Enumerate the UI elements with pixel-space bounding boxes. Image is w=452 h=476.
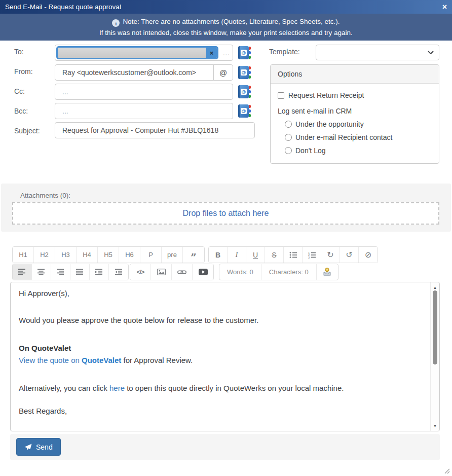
format-toolbar-group: H1 H2 H3 H4 H5 H6 P pre ” <box>12 246 205 263</box>
log-under-recipient-radio[interactable] <box>285 134 292 141</box>
insert-image-icon[interactable] <box>151 264 172 280</box>
editor-footer: Send <box>10 434 440 460</box>
svg-text:3: 3 <box>308 255 310 258</box>
cc-address-book-icon[interactable]: @ <box>238 85 249 98</box>
template-label: Template: <box>269 48 300 56</box>
bold-button[interactable]: B <box>209 247 228 263</box>
redo-icon[interactable]: ↻ <box>321 247 340 263</box>
options-panel-header: Options <box>271 65 439 84</box>
heading6-button[interactable]: H6 <box>119 247 140 263</box>
style-toolbar-group: B I U S 1 2 3 ↻ ↺ ⊘ <box>208 246 378 263</box>
to-address-book-icon[interactable]: @ <box>238 46 249 59</box>
template-select[interactable] <box>316 45 439 60</box>
window-titlebar: Send E-Mail - Request quote approval × <box>0 0 452 14</box>
scrollbar-thumb[interactable] <box>433 290 437 364</box>
return-receipt-checkbox[interactable] <box>278 92 284 99</box>
ordered-list-icon[interactable]: 1 2 3 <box>303 247 321 263</box>
word-count: Words: 0 <box>219 264 261 280</box>
to-label: To: <box>14 48 24 56</box>
view-quote-link[interactable]: View the quote on <box>19 356 82 364</box>
log-crm-heading: Log sent e-mail in CRM <box>278 107 432 115</box>
note-banner: iNote: There are no attachments (Quotes,… <box>0 14 452 41</box>
align-right-icon[interactable] <box>51 264 70 280</box>
undo-icon[interactable]: ↺ <box>340 247 359 263</box>
underline-button[interactable]: U <box>246 247 265 263</box>
indent-icon[interactable] <box>90 264 109 280</box>
note-banner-line1: iNote: There are no attachments (Quotes,… <box>112 18 340 27</box>
signature-line: Ray <box>19 429 425 431</box>
return-receipt-option[interactable]: Request Return Receipt <box>278 91 432 99</box>
bcc-input[interactable]: ... <box>55 103 233 119</box>
from-label: From: <box>14 67 33 76</box>
info-icon: i <box>112 19 120 27</box>
unordered-list-icon[interactable] <box>284 247 303 263</box>
heading4-button[interactable]: H4 <box>77 247 98 263</box>
preformatted-button[interactable]: pre <box>162 247 183 263</box>
at-button[interactable]: @ <box>213 65 233 80</box>
dropzone-text: Drop files to attach here <box>183 209 269 218</box>
greeting-line: Hi Approver(s), <box>19 288 425 298</box>
log-under-opportunity-radio[interactable] <box>285 121 292 128</box>
view-html-icon[interactable]: </> <box>130 264 151 280</box>
cc-input[interactable]: ... <box>55 84 233 100</box>
insert-video-icon[interactable] <box>193 264 213 280</box>
to-more-button[interactable]: ... <box>223 49 230 57</box>
email-stamp-icon[interactable] <box>317 264 338 280</box>
align-left-icon[interactable] <box>13 264 32 280</box>
heading5-button[interactable]: H5 <box>98 247 119 263</box>
here-link[interactable]: here <box>109 384 125 392</box>
from-value[interactable]: Ray <quotewerkscustomer@outlook.com> <box>55 68 196 77</box>
cc-label: Cc: <box>14 87 25 95</box>
align-center-icon[interactable] <box>32 264 51 280</box>
counter-toolbar-group: Words: 0 Characters: 0 <box>219 264 338 280</box>
log-under-opportunity-option[interactable]: Under the opportunity <box>285 120 432 128</box>
editor-scrollbar[interactable]: ▲ ▼ <box>430 282 439 431</box>
scroll-down-icon[interactable]: ▼ <box>431 422 439 430</box>
attachments-dropzone[interactable]: Drop files to attach here <box>12 202 439 225</box>
send-email-window: Send E-Mail - Request quote approval × i… <box>0 0 452 476</box>
heading1-button[interactable]: H1 <box>13 247 34 263</box>
dont-log-radio[interactable] <box>285 147 292 154</box>
quotevalet-link[interactable]: QuoteValet <box>82 356 121 364</box>
subject-input[interactable]: Request for Approval - Computer Hut #JBL… <box>55 122 255 138</box>
resize-handle[interactable] <box>444 468 450 474</box>
blockquote-icon[interactable]: ” <box>183 247 204 263</box>
chevron-down-icon <box>428 51 434 55</box>
quotevalet-line: View the quote on QuoteValet for Approva… <box>19 355 425 365</box>
bcc-label: Bcc: <box>14 107 28 115</box>
send-button[interactable]: Send <box>16 438 61 456</box>
strikethrough-button[interactable]: S <box>265 247 284 263</box>
to-input[interactable]: × ... <box>55 45 233 61</box>
options-panel: Options Request Return Receipt Log sent … <box>270 64 439 164</box>
heading2-button[interactable]: H2 <box>34 247 55 263</box>
character-count: Characters: 0 <box>261 264 317 280</box>
heading3-button[interactable]: H3 <box>55 247 77 263</box>
remove-recipient-icon[interactable]: × <box>206 48 217 58</box>
from-address-book-icon[interactable]: @ <box>238 66 249 79</box>
insert-link-icon[interactable] <box>172 264 193 280</box>
alternative-line: Alternatively, you can click here to ope… <box>19 383 425 393</box>
cc-placeholder: ... <box>55 88 68 96</box>
to-recipient-token[interactable]: × <box>56 46 218 59</box>
italic-button[interactable]: I <box>228 247 246 263</box>
return-receipt-label: Request Return Receipt <box>288 91 364 99</box>
attachments-section: Attachments (0): Drop files to attach he… <box>1 184 451 232</box>
align-justify-icon[interactable] <box>70 264 90 280</box>
bcc-address-book-icon[interactable]: @ <box>238 104 249 118</box>
to-recipient-token-body[interactable] <box>58 48 206 58</box>
subject-value[interactable]: Request for Approval - Computer Hut #JBL… <box>55 126 218 134</box>
log-under-recipient-option[interactable]: Under e-mail Recipient contact <box>285 133 432 141</box>
quotevalet-heading: On QuoteValet <box>19 343 425 353</box>
outdent-icon[interactable] <box>109 264 128 280</box>
closing-line: Best Regards, <box>19 406 425 416</box>
remove-format-icon[interactable]: ⊘ <box>359 247 378 263</box>
from-input[interactable]: Ray <quotewerkscustomer@outlook.com> @ <box>55 64 233 81</box>
dont-log-option[interactable]: Don't Log <box>285 147 432 155</box>
close-icon[interactable]: × <box>442 3 447 11</box>
email-body-editor[interactable]: Hi Approver(s), Would you please approve… <box>10 282 440 431</box>
paper-plane-icon <box>24 444 32 451</box>
email-content: Hi Approver(s), Would you please approve… <box>19 288 425 431</box>
paragraph-button[interactable]: P <box>140 247 162 263</box>
request-line: Would you please approve the quote below… <box>19 315 425 325</box>
bcc-placeholder: ... <box>55 107 68 115</box>
